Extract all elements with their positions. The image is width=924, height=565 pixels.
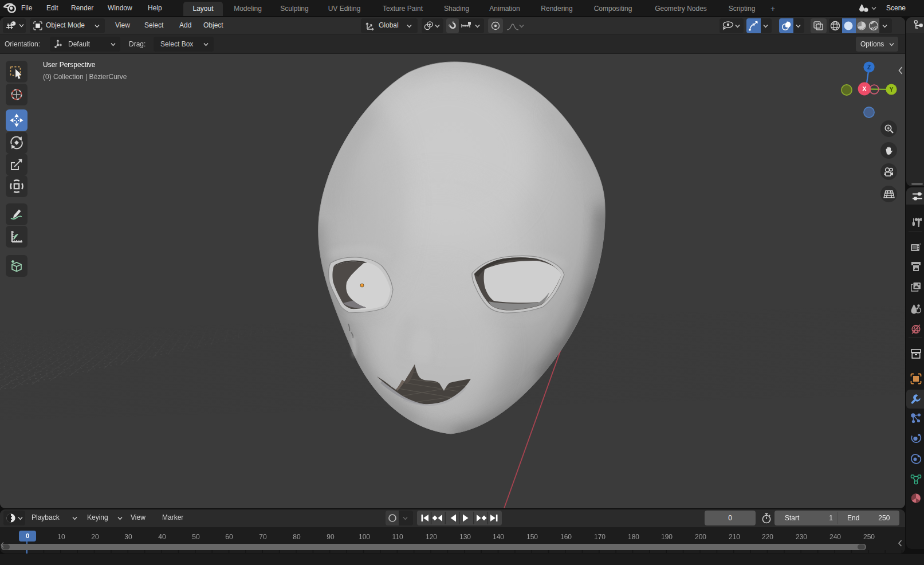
- svg-text:Z: Z: [867, 64, 871, 70]
- svg-text:X: X: [862, 85, 867, 92]
- svg-text:Y: Y: [890, 87, 894, 93]
